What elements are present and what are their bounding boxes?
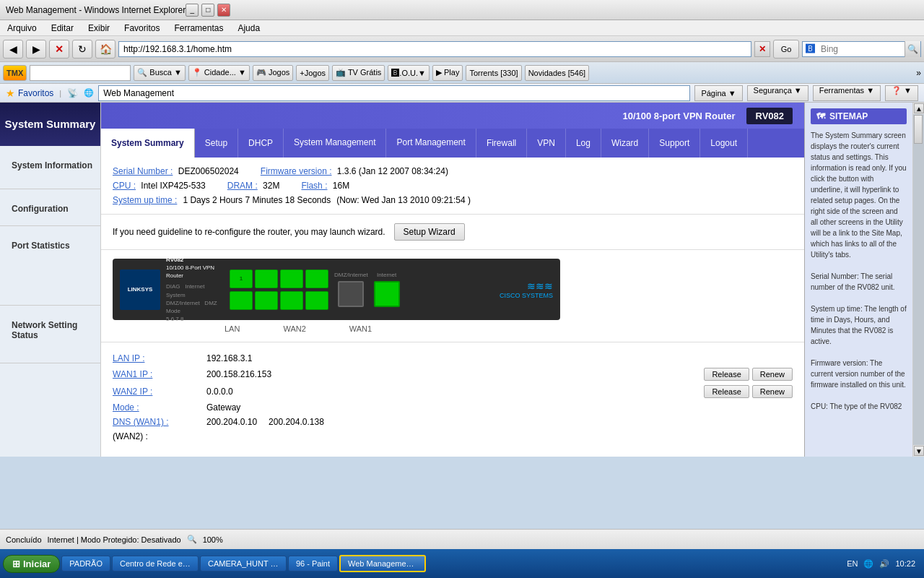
dram-label[interactable]: DRAM : [227,181,258,191]
info-row-1: Serial Number : DEZ006502024 Firmware ve… [113,166,793,176]
nav-log[interactable]: Log [566,129,601,158]
favorites-divider: | [59,89,61,98]
lan-ip-label[interactable]: LAN IP : [113,353,206,363]
uptime-label[interactable]: System up time : [113,195,177,205]
stop-button[interactable]: ✕ [49,40,69,59]
menu-ajuda[interactable]: Ajuda [235,22,263,35]
toolbar2-spacer: » [916,68,921,78]
start-button[interactable]: ⊞ Iniciar [3,555,60,573]
wan1-ip-label[interactable]: WAN1 IP : [113,369,206,379]
router-navbar: System Summary Setup DHCP System Managem… [101,129,804,158]
serial-label[interactable]: Serial Number : [113,166,173,176]
search-input[interactable] [818,43,905,56]
fav-feeds[interactable]: 📡 [67,88,78,98]
refresh-button[interactable]: ↻ [72,40,92,59]
taskbar-camera[interactable]: CAMERA_HUNT -... [200,556,287,571]
tmx-toolbar[interactable]: TMX [3,65,27,81]
forward-button[interactable]: ▶ [26,40,46,59]
sidebar-config-label: Configuration [12,204,69,214]
torrents-btn[interactable]: Torrents [330] [466,65,521,81]
scroll-down-btn[interactable]: ▼ [914,446,924,456]
sitemap-title: SITEMAP [829,111,868,121]
page-address-input[interactable] [98,85,690,101]
nav-dhcp[interactable]: DHCP [238,129,284,158]
wan2-ip-label[interactable]: WAN2 IP : [113,387,206,397]
wan1-renew-button[interactable]: Renew [752,368,793,381]
busca-btn[interactable]: 🔍 Busca ▼ [134,65,186,81]
stop-loading-button[interactable]: ✕ [754,41,770,57]
menu-ferramentas[interactable]: Ferramentas [171,22,226,35]
scroll-thumb[interactable] [914,115,923,144]
security-btn[interactable]: Segurança ▼ [747,85,808,101]
taskbar-paint[interactable]: 96 - Paint [288,556,338,571]
tmx-input[interactable] [30,65,131,81]
back-button[interactable]: ◀ [3,40,23,59]
address-input[interactable] [118,41,751,57]
router-model-badge: RV082 [746,108,793,124]
minimize-button[interactable]: _ [186,4,199,17]
taskbar-time: 10:22 [895,559,915,568]
start-label: Iniciar [23,558,51,569]
sitemap-panel: 🗺 SITEMAP The System Summary screen disp… [804,103,912,457]
wan1-release-button[interactable]: Release [704,368,749,381]
go-button[interactable]: Go [773,40,799,59]
status-bar: Concluído Internet | Modo Protegido: Des… [0,529,924,549]
nav-support[interactable]: Support [649,129,700,158]
wan2-renew-button[interactable]: Renew [752,385,793,398]
nav-firewall[interactable]: Firewall [476,129,527,158]
favorites-star[interactable]: ★ Favoritos [6,87,53,99]
scroll-up-btn[interactable]: ▲ [914,103,924,113]
menu-editar[interactable]: Editar [48,22,77,35]
menu-exibir[interactable]: Exibir [85,22,113,35]
menu-bar: System Summary Arquivo Editar Exibir Fav… [0,20,924,36]
menu-favoritos[interactable]: Favoritos [121,22,162,35]
novidades-btn[interactable]: Novidades [546] [525,65,590,81]
address-bar-container: ✕ Go [118,40,799,59]
home-button[interactable]: 🏠 [95,40,116,59]
brand-name: System Summary [2,114,99,134]
config-section: If you need guideline to re-configure th… [101,215,804,250]
nav-system-summary[interactable]: System Summary [101,129,195,158]
nav-vpn[interactable]: VPN [527,129,566,158]
boo-btn[interactable]: 🅱.O.U.▼ [388,65,430,81]
flash-label[interactable]: Flash : [301,181,327,191]
dns-wan1-label[interactable]: DNS (WAN1) : [113,417,206,427]
nav-logout[interactable]: Logout [700,129,748,158]
internet-section: Internet [374,272,400,307]
tv-gratis-btn[interactable]: 📺 TV Grátis [332,65,385,81]
wan2-release-button[interactable]: Release [704,385,749,398]
network-icon: 🌐 [863,559,873,569]
mais-jogos-btn[interactable]: +Jogos [296,65,329,81]
tools-btn[interactable]: Ferramentas ▼ [813,85,881,101]
port-section-labels: LAN WAN2 WAN1 [113,324,793,333]
close-button[interactable]: ✕ [217,4,230,17]
firmware-label[interactable]: Firmware version : [261,166,332,176]
nav-system-mgmt[interactable]: System Management [284,129,386,158]
search-button[interactable]: 🔍 [905,41,920,57]
nav-port-mgmt[interactable]: Port Management [386,129,476,158]
cidade-btn[interactable]: 📍 Cidade... ▼ [188,65,250,81]
taskbar-centro-rede[interactable]: Centro de Rede e C... [112,556,199,571]
page-btn-1[interactable]: Página ▼ [694,85,742,101]
nav-wizard[interactable]: Wizard [601,129,649,158]
info-row-2: CPU : Intel IXP425-533 DRAM : 32M Flash … [113,181,793,191]
config-text: If you need guideline to re-configure th… [113,227,385,237]
dns-wan2-label: (WAN2) : [113,431,206,441]
left-panel: System Summary System Information Config… [0,103,101,457]
nav-setup[interactable]: Setup [195,129,238,158]
cpu-label[interactable]: CPU : [113,181,136,191]
taskbar-webmgmt[interactable]: Web Management -... [339,555,426,572]
menu-arquivo[interactable]: Arquivo [4,22,40,35]
help-btn[interactable]: ❓ ▼ [885,85,918,101]
setup-wizard-button[interactable]: Setup Wizard [394,223,465,241]
maximize-button[interactable]: □ [201,4,214,17]
scroll-track[interactable] [913,114,924,445]
play-btn[interactable]: ▶ Play [432,65,463,81]
taskbar-padrao[interactable]: PADRÃO [61,556,110,571]
wan2-ip-row: WAN2 IP : 0.0.0.0 Release Renew [113,383,793,400]
vertical-scrollbar[interactable]: ▲ ▼ [912,103,924,457]
mode-label[interactable]: Mode : [113,402,206,413]
dns-wan1-row: DNS (WAN1) : 200.204.0.10 200.204.0.138 [113,415,793,429]
cpu-info: CPU : Intel IXP425-533 [113,181,206,191]
jogos-btn[interactable]: 🎮 Jogos [253,65,293,81]
